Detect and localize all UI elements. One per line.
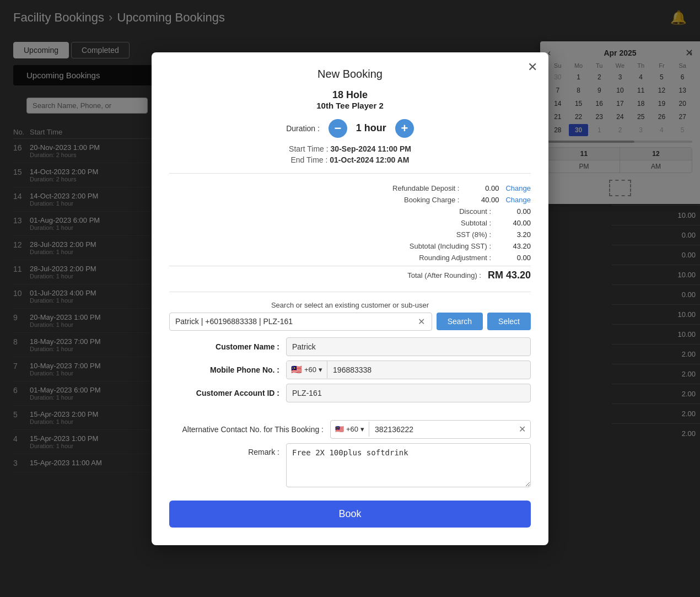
facility-sub: 10th Tee Player 2 — [169, 101, 531, 110]
customer-id-label: Customer Account ID : — [169, 389, 279, 397]
refundable-deposit-row: Refundable Deposit : 0.00 Change — [169, 182, 531, 194]
discount-value: 0.00 — [498, 207, 531, 216]
duration-increase-button[interactable]: + — [395, 119, 414, 138]
discount-row: Discount : 0.00 — [169, 206, 531, 217]
customer-search-input[interactable] — [175, 317, 417, 326]
mobile-phone-row: Mobile Phone No. : 🇲🇾 +60 ▾ — [169, 361, 531, 379]
start-time-row: Start Time : 30-Sep-2024 11:00 PM — [169, 144, 531, 153]
subtotal-sst-row: Subtotal (Including SST) : 43.20 — [169, 240, 531, 252]
duration-label: Duration : — [286, 124, 320, 133]
end-time-value: 01-Oct-2024 12:00 AM — [330, 155, 409, 164]
alt-country-code: +60 — [346, 425, 358, 433]
refundable-deposit-value: 0.00 — [466, 184, 499, 192]
end-time-row: End Time : 01-Oct-2024 12:00 AM — [169, 155, 531, 164]
phone-country-code: +60 — [304, 365, 316, 374]
phone-input-wrapper: 🇲🇾 +60 ▾ — [286, 361, 531, 379]
alt-contact-clear-button[interactable]: ✕ — [514, 422, 530, 437]
booking-charge-row: Booking Charge : 40.00 Change — [169, 194, 531, 206]
subtotal-value: 40.00 — [498, 219, 531, 227]
rounding-label: Rounding Adjustment : — [370, 254, 491, 262]
customer-search-input-wrapper: ✕ — [169, 313, 432, 331]
book-button[interactable]: Book — [169, 501, 531, 528]
sst-label: SST (8%) : — [370, 230, 491, 239]
sst-row: SST (8%) : 3.20 — [169, 229, 531, 240]
booking-charge-change-link[interactable]: Change — [505, 196, 531, 204]
subtotal-sst-value: 43.20 — [498, 242, 531, 250]
remark-textarea[interactable]: Free 2X 100plus softdrink — [286, 443, 531, 487]
customer-search-section: Search or select an existing customer or… — [169, 301, 531, 331]
booking-charge-label: Booking Charge : — [338, 196, 459, 204]
rounding-row: Rounding Adjustment : 0.00 — [169, 252, 531, 263]
subtotal-row: Subtotal : 40.00 — [169, 217, 531, 229]
customer-name-label: Customer Name : — [169, 342, 279, 351]
total-label: Total (After Rounding) : — [360, 271, 481, 279]
rounding-value: 0.00 — [498, 254, 531, 262]
start-time-value: 30-Sep-2024 11:00 PM — [331, 144, 411, 153]
customer-name-input[interactable] — [286, 337, 531, 356]
alt-dropdown-icon: ▾ — [360, 425, 364, 433]
duration-value: 1 hour — [356, 122, 386, 134]
facility-name: 18 Hole — [169, 89, 531, 101]
time-info: Start Time : 30-Sep-2024 11:00 PM End Ti… — [169, 144, 531, 164]
subtotal-sst-label: Subtotal (Including SST) : — [370, 242, 491, 250]
new-booking-modal: ✕ New Booking 18 Hole 10th Tee Player 2 … — [152, 52, 548, 545]
facility-info: 18 Hole 10th Tee Player 2 — [169, 89, 531, 110]
duration-decrease-button[interactable]: − — [329, 119, 347, 138]
phone-flag-icon: 🇲🇾 — [291, 364, 302, 375]
duration-row: Duration : − 1 hour + — [169, 119, 531, 138]
alt-flag-icon: 🇲🇾 — [335, 425, 344, 433]
customer-search-label: Search or select an existing customer or… — [169, 301, 531, 309]
total-row: Total (After Rounding) : RM 43.20 — [169, 266, 531, 283]
discount-label: Discount : — [370, 207, 491, 216]
sst-value: 3.20 — [498, 230, 531, 239]
refundable-deposit-label: Refundable Deposit : — [338, 184, 459, 192]
total-value: RM 43.20 — [488, 270, 531, 281]
customer-search-row: ✕ Search Select — [169, 313, 531, 331]
mobile-phone-label: Mobile Phone No. : — [169, 365, 279, 374]
phone-dropdown-icon: ▾ — [319, 365, 322, 374]
search-button[interactable]: Search — [437, 313, 483, 330]
start-time-label: Start Time : — [289, 144, 329, 153]
divider — [169, 173, 531, 174]
alt-phone-wrapper: 🇲🇾 +60 ▾ ✕ — [330, 420, 531, 439]
alt-contact-row: Alternative Contact No. for This Booking… — [169, 420, 531, 439]
spacer — [169, 407, 531, 413]
charges-table: Refundable Deposit : 0.00 Change Booking… — [169, 182, 531, 283]
phone-country-select[interactable]: 🇲🇾 +60 ▾ — [287, 361, 327, 378]
subtotal-label: Subtotal : — [370, 219, 491, 227]
phone-number-input[interactable] — [327, 361, 530, 379]
booking-charge-value: 40.00 — [466, 196, 499, 204]
modal-title: New Booking — [169, 68, 531, 80]
modal-close-button[interactable]: ✕ — [527, 61, 537, 73]
alt-phone-input[interactable] — [369, 421, 514, 438]
modal-overlay: ✕ New Booking 18 Hole 10th Tee Player 2 … — [0, 0, 700, 597]
divider-2 — [169, 292, 531, 292]
remark-label: Remark : — [169, 443, 279, 456]
remark-row: Remark : Free 2X 100plus softdrink — [169, 443, 531, 487]
select-button[interactable]: Select — [487, 313, 531, 330]
customer-search-clear-button[interactable]: ✕ — [417, 316, 426, 327]
refundable-deposit-change-link[interactable]: Change — [505, 184, 531, 192]
customer-id-input[interactable] — [286, 384, 531, 402]
alt-phone-country-select[interactable]: 🇲🇾 +60 ▾ — [331, 422, 369, 437]
end-time-label: End Time : — [290, 155, 327, 164]
customer-name-row: Customer Name : — [169, 337, 531, 356]
alt-contact-label: Alternative Contact No. for This Booking… — [169, 425, 324, 434]
customer-id-row: Customer Account ID : — [169, 384, 531, 402]
